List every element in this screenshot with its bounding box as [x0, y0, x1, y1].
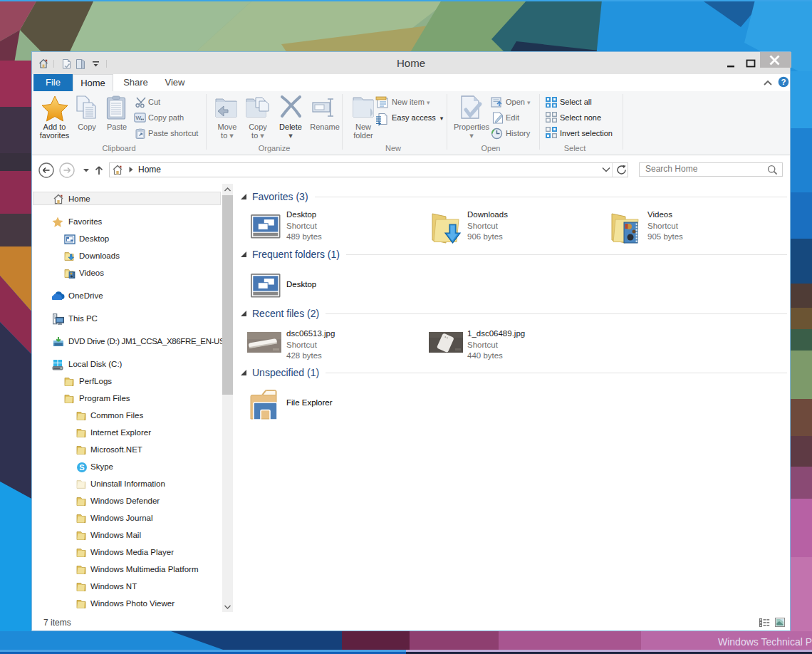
svg-text:S: S — [79, 463, 84, 472]
svg-text:?: ? — [781, 78, 786, 86]
svg-text:W: W — [136, 115, 142, 121]
svg-text:Windows Technical P: Windows Technical P — [718, 636, 812, 648]
